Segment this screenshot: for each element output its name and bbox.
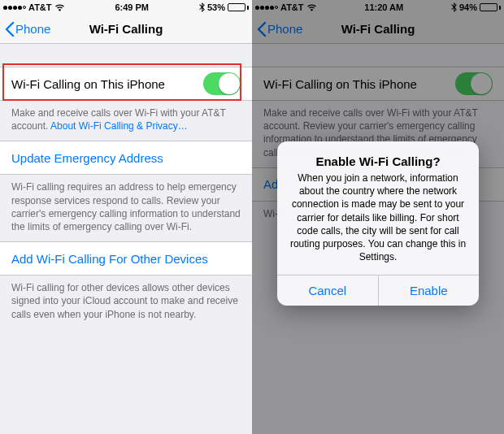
nav-bar: Phone Wi-Fi Calling [0,15,252,44]
bluetooth-icon [199,2,205,12]
battery-pct: 53% [207,2,225,12]
update-emergency-address[interactable]: Update Emergency Address [0,141,252,174]
about-privacy-link[interactable]: About Wi-Fi Calling & Privacy… [50,120,188,132]
alert-enable-button[interactable]: Enable [378,276,480,306]
alert-cancel-button[interactable]: Cancel [277,276,378,306]
group-update-address: Update Emergency Address [0,141,252,175]
group-add-other-devices: Add Wi-Fi Calling For Other Devices [0,241,252,276]
screenshot-right: AT&T 11:20 AM 94% Phone Wi-Fi Calling Wi [252,0,504,434]
status-time: 6:49 PM [115,2,149,12]
enable-wifi-calling-alert: Enable Wi-Fi Calling? When you join a ne… [277,141,479,306]
toggle-switch[interactable] [203,72,241,95]
add-wifi-calling-other-devices[interactable]: Add Wi-Fi Calling For Other Devices [0,242,252,275]
back-label: Phone [15,22,50,36]
footer-about: Make and receive calls over Wi-Fi with y… [0,101,252,141]
settings-content: Wi-Fi Calling on This iPhone Make and re… [0,44,252,329]
footer-emergency: Wi-Fi calling requires an address to hel… [0,175,252,241]
toggle-label: Wi-Fi Calling on This iPhone [11,77,165,91]
footer-other-devices: Wi-Fi calling for other devices allows o… [0,276,252,329]
wifi-calling-toggle-row[interactable]: Wi-Fi Calling on This iPhone [0,67,252,100]
status-bar: AT&T 6:49 PM 53% [0,0,252,15]
battery-icon [228,3,249,11]
alert-title: Enable Wi-Fi Calling? [289,154,467,168]
screenshot-left: AT&T 6:49 PM 53% Phone Wi-Fi Calling Wi- [0,0,252,434]
back-button[interactable]: Phone [5,22,50,37]
chevron-left-icon [5,22,15,37]
carrier-label: AT&T [28,2,52,12]
alert-message: When you join a network, information abo… [289,171,467,263]
wifi-icon [54,4,65,11]
signal-dots-icon [3,6,26,10]
group-main-toggle: Wi-Fi Calling on This iPhone [0,67,252,101]
